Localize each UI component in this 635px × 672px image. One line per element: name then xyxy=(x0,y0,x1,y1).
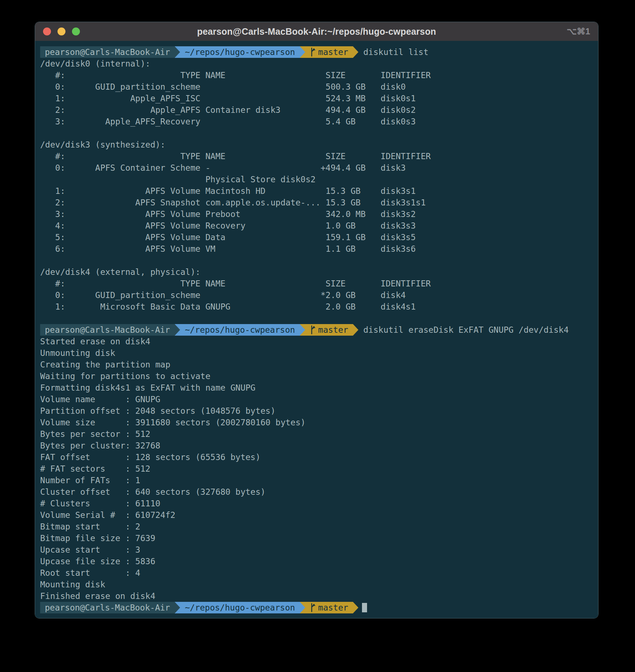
terminal-output-line: Creating the partition map xyxy=(40,359,593,370)
powerline-arrow-icon xyxy=(175,46,180,58)
prompt-user-host: pearson@Carls-MacBook-Air xyxy=(40,324,175,336)
terminal-output-line: 1: Apple_APFS_ISC 524.3 MB disk0s1 xyxy=(40,93,593,104)
prompt-path: ~/repos/hugo-cwpearson xyxy=(180,602,300,613)
traffic-light-close[interactable] xyxy=(43,27,51,35)
terminal-output-line: Volume size : 3911680 sectors (200278016… xyxy=(40,417,593,428)
git-branch-icon xyxy=(310,47,316,57)
terminal-output-line: Root start : 4 xyxy=(40,567,593,579)
titlebar[interactable]: pearson@Carls-MacBook-Air:~/repos/hugo-c… xyxy=(35,22,598,41)
command-text: diskutil eraseDisk ExFAT GNUPG /dev/disk… xyxy=(358,324,569,336)
prompt-user-host: pearson@Carls-MacBook-Air xyxy=(40,602,175,613)
terminal-output-line: 2: APFS Snapshot com.apple.os.update-...… xyxy=(40,197,593,208)
terminal-output-line: 1: Microsoft Basic Data GNUPG 2.0 GB dis… xyxy=(40,301,593,312)
terminal-output-line: 3: Apple_APFS_Recovery 5.4 GB disk0s3 xyxy=(40,116,593,127)
terminal-cursor xyxy=(362,603,367,612)
terminal-output-line: # FAT sectors : 512 xyxy=(40,463,593,475)
terminal-output-line: /dev/disk0 (internal): xyxy=(40,58,593,69)
powerline-arrow-icon xyxy=(300,46,305,58)
traffic-light-zoom[interactable] xyxy=(72,27,80,35)
terminal-output-line: 4: APFS Volume Recovery 1.0 GB disk3s3 xyxy=(40,220,593,231)
prompt-path: ~/repos/hugo-cwpearson xyxy=(180,324,300,336)
terminal-output-line: Mounting disk xyxy=(40,579,593,590)
git-branch-icon xyxy=(310,325,316,335)
powerline-arrow-icon xyxy=(353,46,358,58)
traffic-light-minimize[interactable] xyxy=(57,27,65,35)
terminal-output-line: Started erase on disk4 xyxy=(40,336,593,347)
terminal-output-line: 0: GUID_partition_scheme 500.3 GB disk0 xyxy=(40,81,593,93)
terminal-output-line xyxy=(40,312,593,324)
terminal-output-line: 5: APFS Volume Data 159.1 GB disk3s5 xyxy=(40,231,593,243)
terminal-output-line xyxy=(40,255,593,266)
terminal-output-line: 3: APFS Volume Preboot 342.0 MB disk3s2 xyxy=(40,208,593,220)
terminal-output-line: 0: APFS Container Scheme - +494.4 GB dis… xyxy=(40,162,593,174)
terminal-output-line: Formatting disk4s1 as ExFAT with name GN… xyxy=(40,382,593,394)
terminal-output-line: Cluster offset : 640 sectors (327680 byt… xyxy=(40,486,593,498)
powerline-arrow-icon xyxy=(353,602,358,613)
prompt-git-branch: master xyxy=(305,324,353,336)
terminal-output-line xyxy=(40,127,593,139)
terminal-output-line: Partition offset : 2048 sectors (1048576… xyxy=(40,405,593,417)
powerline-arrow-icon xyxy=(175,324,180,336)
terminal-output-line: Volume name : GNUPG xyxy=(40,394,593,405)
prompt-git-branch: master xyxy=(305,46,353,58)
powerline-arrow-icon xyxy=(300,602,305,613)
terminal-output-line: Upcase file size : 5836 xyxy=(40,556,593,567)
prompt-user-host: pearson@Carls-MacBook-Air xyxy=(40,46,175,58)
terminal-output-line: Waiting for partitions to activate xyxy=(40,370,593,382)
git-branch-icon xyxy=(310,603,316,612)
powerline-arrow-icon xyxy=(300,324,305,336)
terminal-output-line: Unmounting disk xyxy=(40,347,593,359)
prompt-path: ~/repos/hugo-cwpearson xyxy=(180,46,300,58)
window-title: pearson@Carls-MacBook-Air:~/repos/hugo-c… xyxy=(35,26,598,37)
terminal-output-line: Finished erase on disk4 xyxy=(40,590,593,602)
keyboard-shortcut-badge: ⌥⌘1 xyxy=(567,22,590,41)
terminal-output-line: 0: GUID_partition_scheme *2.0 GB disk4 xyxy=(40,289,593,301)
terminal-output-line: Bytes per cluster: 32768 xyxy=(40,440,593,451)
prompt-git-branch: master xyxy=(305,602,353,613)
terminal-output-line: /dev/disk4 (external, physical): xyxy=(40,266,593,278)
terminal-output-line: /dev/disk3 (synthesized): xyxy=(40,139,593,150)
terminal-output-line: #: TYPE NAME SIZE IDENTIFIER xyxy=(40,69,593,81)
terminal-output-line: 6: APFS Volume VM 1.1 GB disk3s6 xyxy=(40,243,593,255)
terminal-output-line: #: TYPE NAME SIZE IDENTIFIER xyxy=(40,278,593,289)
terminal-output-line: Volume Serial # : 610724f2 xyxy=(40,509,593,521)
terminal-window: pearson@Carls-MacBook-Air:~/repos/hugo-c… xyxy=(35,22,598,618)
command-text: diskutil list xyxy=(358,46,429,58)
git-branch-label: master xyxy=(318,602,348,613)
prompt-line: pearson@Carls-MacBook-Air~/repos/hugo-cw… xyxy=(40,602,593,613)
terminal-output-line: Physical Store disk0s2 xyxy=(40,174,593,185)
terminal-output-line: FAT offset : 128 sectors (65536 bytes) xyxy=(40,451,593,463)
terminal-output-line: Bitmap file size : 7639 xyxy=(40,532,593,544)
terminal-screen[interactable]: pearson@Carls-MacBook-Air~/repos/hugo-cw… xyxy=(35,41,598,618)
prompt-line: pearson@Carls-MacBook-Air~/repos/hugo-cw… xyxy=(40,46,593,58)
terminal-output-line: 2: Apple_APFS Container disk3 494.4 GB d… xyxy=(40,104,593,116)
git-branch-label: master xyxy=(318,324,348,336)
terminal-output-line: Number of FATs : 1 xyxy=(40,475,593,486)
terminal-output-line: Bitmap start : 2 xyxy=(40,521,593,532)
terminal-output-line: #: TYPE NAME SIZE IDENTIFIER xyxy=(40,150,593,162)
traffic-lights xyxy=(43,22,80,41)
desktop: { "window": { "title": "pearson@Carls-Ma… xyxy=(0,0,635,672)
git-branch-label: master xyxy=(318,46,348,58)
terminal-output-line: Bytes per sector : 512 xyxy=(40,428,593,440)
prompt-line: pearson@Carls-MacBook-Air~/repos/hugo-cw… xyxy=(40,324,593,336)
powerline-arrow-icon xyxy=(353,324,358,336)
terminal-output-line: Upcase start : 3 xyxy=(40,544,593,556)
terminal-output-line: # Clusters : 61110 xyxy=(40,498,593,509)
terminal-output-line: 1: APFS Volume Macintosh HD 15.3 GB disk… xyxy=(40,185,593,197)
powerline-arrow-icon xyxy=(175,602,180,613)
